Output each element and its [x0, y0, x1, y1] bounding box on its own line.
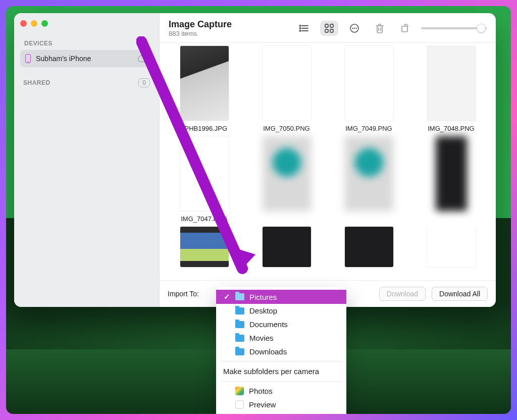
thumbnail-item[interactable]: IMG_7048.PNG [417, 46, 486, 132]
thumbnail-item[interactable] [417, 136, 486, 223]
preview-app-icon [235, 400, 244, 409]
thumbnail-item[interactable]: JPHB1996.JPG [170, 46, 239, 132]
menu-item-movies[interactable]: Movies [216, 331, 346, 345]
title-block: Image Capture 883 items [169, 19, 232, 37]
folder-icon [235, 293, 244, 300]
close-window-button[interactable] [20, 20, 27, 27]
file-name: JPHB1996.JPG [181, 125, 227, 132]
thumbnail-item[interactable]: IMG_7049.PNG [334, 46, 403, 132]
minimize-window-button[interactable] [31, 20, 37, 27]
download-all-button[interactable]: Download All [432, 287, 488, 301]
sidebar-item-device[interactable]: Subham's iPhone [20, 50, 153, 67]
more-options-button[interactable] [345, 21, 364, 36]
thumbnail-item[interactable] [334, 136, 403, 223]
thumbnail-image [427, 46, 476, 121]
folder-icon [235, 307, 244, 314]
thumbnail-grid-wrap: JPHB1996.JPG IMG_7050.PNG IMG_7049.PNG [160, 43, 496, 280]
menu-item-label: Photos [249, 387, 273, 395]
slider-thumb[interactable] [477, 24, 486, 33]
menu-item-subfolders[interactable]: Make subfolders per camera [216, 364, 346, 379]
thumbnail-image [180, 227, 229, 267]
cloud-icon [138, 56, 148, 62]
device-name: Subham's iPhone [36, 55, 91, 63]
svg-point-3 [299, 25, 300, 26]
svg-point-11 [352, 28, 353, 29]
thumbnail-image [436, 136, 467, 211]
folder-icon [235, 321, 244, 328]
menu-item-label: Downloads [249, 347, 287, 356]
svg-rect-8 [325, 29, 328, 32]
menu-item-preview-app[interactable]: Preview [216, 398, 346, 411]
shared-section-label: SHARED [23, 79, 50, 86]
chevron-down-icon: ⌄ [216, 411, 346, 414]
file-name: IMG_7050.PNG [263, 125, 310, 132]
grid-view-button[interactable] [320, 21, 338, 36]
rotate-button[interactable] [396, 21, 414, 36]
svg-point-4 [299, 28, 300, 29]
check-icon: ✓ [223, 292, 230, 301]
thumbnail-item[interactable]: IMG_7047.PNG [170, 136, 239, 223]
thumbnail-image [345, 136, 393, 211]
shared-count-badge: 0 [138, 78, 150, 87]
folder-icon [235, 348, 244, 355]
menu-separator [221, 381, 341, 382]
download-button[interactable]: Download [379, 287, 426, 301]
menu-item-label: Desktop [249, 306, 277, 315]
thumbnail-image [263, 46, 311, 121]
file-name: IMG_7047.PNG [181, 215, 228, 223]
thumbnail-item[interactable] [252, 136, 321, 223]
folder-icon [235, 335, 244, 342]
svg-rect-16 [402, 26, 407, 32]
item-count: 883 items [169, 30, 232, 37]
svg-point-13 [355, 28, 356, 29]
main-panel: Image Capture 883 items [160, 13, 496, 307]
menu-item-label: Preview [249, 400, 276, 409]
svg-point-5 [299, 30, 300, 31]
svg-rect-9 [330, 29, 333, 32]
image-capture-window: DEVICES Subham's iPhone SHARED 0 Image C… [14, 13, 496, 307]
thumbnail-item[interactable] [417, 227, 486, 271]
thumbnail-image [180, 46, 229, 121]
thumbnail-image [263, 136, 311, 211]
menu-item-label: Movies [249, 334, 274, 342]
menu-item-photos-app[interactable]: Photos [216, 384, 346, 398]
thumbnail-image [345, 46, 393, 121]
zoom-window-button[interactable] [41, 20, 48, 27]
list-view-button[interactable] [295, 21, 313, 36]
file-name: IMG_7049.PNG [345, 125, 392, 132]
photos-app-icon [235, 387, 244, 395]
toolbar: Image Capture 883 items [160, 13, 496, 43]
thumbnail-item[interactable] [252, 227, 321, 271]
file-name: IMG_7048.PNG [428, 125, 475, 132]
window-controls [20, 20, 153, 27]
thumbnail-item[interactable]: IMG_7050.PNG [252, 46, 321, 132]
thumbnail-grid: JPHB1996.JPG IMG_7050.PNG IMG_7049.PNG [160, 43, 496, 274]
thumbnail-size-slider[interactable] [421, 23, 487, 33]
devices-section-label: DEVICES [24, 40, 149, 47]
import-to-dropdown[interactable]: ✓ Pictures Desktop Documents Movies [216, 287, 346, 414]
iphone-icon [25, 54, 31, 63]
menu-item-label: Documents [249, 320, 288, 329]
delete-button[interactable] [371, 21, 389, 36]
thumbnail-image [427, 227, 476, 267]
screenshot-frame: DEVICES Subham's iPhone SHARED 0 Image C… [0, 0, 517, 420]
svg-rect-6 [325, 24, 328, 27]
menu-separator [221, 361, 341, 361]
import-to-label: Import To: [168, 290, 199, 298]
menu-item-pictures[interactable]: ✓ Pictures [216, 290, 346, 304]
svg-point-12 [354, 28, 355, 29]
thumbnail-image [263, 227, 311, 267]
menu-item-desktop[interactable]: Desktop [216, 304, 346, 318]
thumbnail-item[interactable] [334, 227, 403, 271]
thumbnail-item[interactable] [170, 227, 239, 271]
menu-item-label: Pictures [249, 293, 277, 301]
thumbnail-image [345, 227, 393, 267]
sidebar: DEVICES Subham's iPhone SHARED 0 [14, 13, 160, 307]
svg-rect-7 [330, 24, 333, 27]
thumbnail-image [180, 136, 229, 211]
desktop-wallpaper: DEVICES Subham's iPhone SHARED 0 Image C… [6, 6, 511, 414]
menu-item-documents[interactable]: Documents [216, 318, 346, 331]
menu-item-downloads[interactable]: Downloads [216, 345, 346, 358]
app-title: Image Capture [169, 19, 232, 30]
